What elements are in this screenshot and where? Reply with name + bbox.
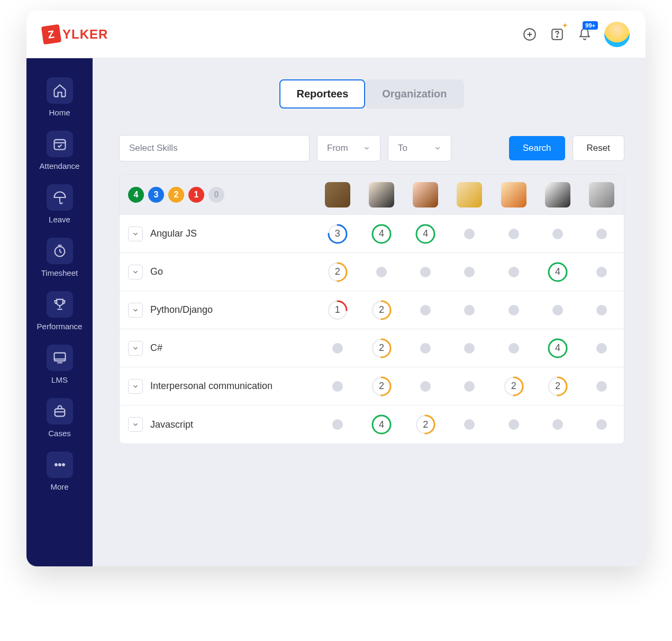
score-empty [508, 229, 519, 239]
score-empty [420, 267, 431, 277]
skill-name: Angular JS [150, 228, 197, 239]
score-empty [596, 381, 607, 392]
chevron-down-icon [132, 268, 139, 276]
reportee-avatar[interactable] [413, 182, 438, 207]
sidebar-item-attendance[interactable]: Attendance [33, 128, 86, 174]
skill-row: Javascript 4 2 [120, 405, 624, 444]
score-empty [596, 229, 607, 239]
score-empty [552, 305, 563, 315]
sidebar-item-label: Timesheet [41, 268, 78, 277]
reportee-avatar[interactable] [545, 182, 570, 207]
chevron-down-icon [132, 383, 139, 390]
sidebar: Home Attendance Leave Timesheet [26, 58, 93, 566]
score-empty [596, 419, 607, 430]
monitor-icon [47, 345, 73, 371]
score-badge: 4 [547, 338, 568, 359]
dots-icon [47, 452, 73, 478]
clock-icon [47, 238, 73, 264]
score-badge: 2 [415, 414, 436, 435]
svg-point-21 [62, 464, 65, 466]
expand-skill-button[interactable] [128, 341, 143, 356]
add-button[interactable] [522, 26, 538, 42]
score-empty [508, 343, 519, 354]
score-value: 2 [511, 381, 516, 392]
sidebar-item-home[interactable]: Home [33, 74, 86, 120]
chevron-down-icon [434, 145, 441, 152]
select-to-dropdown[interactable]: To [388, 135, 451, 161]
sidebar-item-lms[interactable]: LMS [33, 341, 86, 387]
reportee-avatar[interactable] [325, 182, 350, 207]
score-badge: 4 [371, 223, 392, 245]
score-badge: 2 [547, 376, 568, 397]
select-from-label: From [327, 143, 348, 154]
score-badge: 2 [371, 338, 392, 359]
notification-badge: 99+ [583, 21, 598, 30]
legend-1: 1 [188, 187, 204, 203]
score-value: 4 [555, 266, 560, 277]
skill-name: C# [150, 342, 162, 354]
expand-skill-button[interactable] [128, 417, 143, 432]
search-button[interactable]: Search [509, 136, 565, 160]
score-empty [552, 419, 563, 430]
tab-organization[interactable]: Organization [365, 79, 464, 109]
notifications-button[interactable]: 99+ [577, 26, 593, 42]
score-empty [596, 343, 607, 354]
skill-name: Interpersonal communication [150, 381, 273, 392]
sidebar-item-timesheet[interactable]: Timesheet [33, 234, 86, 281]
sidebar-item-label: Cases [48, 429, 71, 438]
score-legend: 4 3 2 1 0 [120, 187, 315, 203]
expand-skill-button[interactable] [128, 379, 143, 394]
trophy-icon [47, 291, 73, 318]
svg-line-10 [60, 251, 62, 252]
brand-badge: Z [41, 24, 61, 44]
expand-skill-button[interactable] [128, 303, 143, 318]
select-from-dropdown[interactable]: From [317, 135, 380, 161]
score-empty [464, 343, 475, 354]
score-value: 1 [335, 304, 340, 315]
score-badge: 1 [327, 300, 348, 321]
expand-skill-button[interactable] [128, 227, 143, 241]
skill-row: Go 2 4 [120, 253, 624, 291]
legend-3: 3 [148, 187, 164, 203]
svg-rect-14 [54, 353, 65, 361]
score-value: 2 [335, 266, 340, 277]
sidebar-item-more[interactable]: More [33, 448, 86, 494]
score-empty [332, 381, 343, 392]
score-badge: 3 [327, 223, 348, 245]
briefcase-icon [47, 398, 73, 425]
score-empty [376, 267, 387, 277]
reportee-avatar[interactable] [369, 182, 394, 207]
help-button[interactable] [549, 26, 565, 42]
score-value: 2 [555, 381, 560, 392]
svg-point-20 [58, 464, 61, 466]
select-skills-placeholder: Select Skills [129, 143, 178, 154]
skill-name: Go [150, 266, 163, 277]
expand-skill-button[interactable] [128, 265, 143, 279]
user-avatar[interactable] [604, 22, 630, 47]
sidebar-item-label: Leave [49, 215, 70, 224]
svg-rect-5 [54, 140, 65, 150]
tab-reportees[interactable]: Reportees [279, 79, 365, 109]
brand-logo: Z YLKER [42, 25, 108, 43]
svg-point-19 [55, 464, 57, 466]
umbrella-icon [47, 184, 73, 211]
reportee-avatar[interactable] [457, 182, 482, 207]
reportee-avatar[interactable] [589, 182, 614, 207]
skill-row: Interpersonal communication 2 2 2 [120, 367, 624, 405]
legend-4: 4 [128, 187, 144, 203]
sidebar-item-label: Attendance [40, 161, 80, 170]
score-value: 2 [379, 381, 384, 392]
sidebar-item-cases[interactable]: Cases [33, 395, 86, 441]
skills-matrix: 4 3 2 1 0 An [119, 174, 624, 444]
select-skills-dropdown[interactable]: Select Skills [119, 135, 310, 161]
main-content: Reportees Organization Select Skills Fro… [93, 58, 646, 566]
sidebar-item-leave[interactable]: Leave [33, 181, 86, 227]
reset-button[interactable]: Reset [573, 136, 624, 161]
sidebar-item-performance[interactable]: Performance [33, 288, 86, 334]
score-empty [332, 343, 343, 354]
reportee-avatar[interactable] [501, 182, 526, 207]
select-to-label: To [398, 143, 407, 154]
score-value: 4 [379, 228, 384, 239]
score-value: 3 [335, 228, 340, 239]
matrix-header: 4 3 2 1 0 [120, 175, 624, 215]
